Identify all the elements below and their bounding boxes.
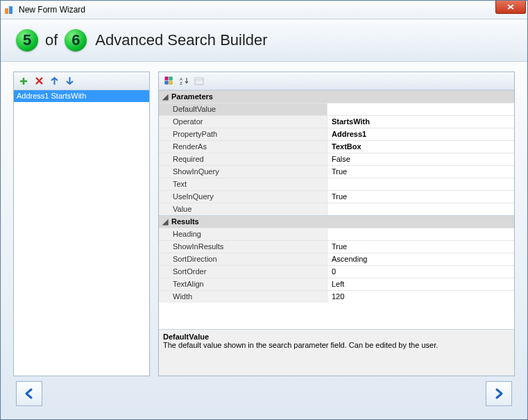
move-up-button[interactable] (49, 76, 60, 87)
add-button[interactable] (18, 76, 29, 87)
svg-rect-3 (169, 77, 172, 80)
arrow-left-icon (23, 387, 35, 400)
close-icon (507, 4, 514, 10)
section-label: Results (171, 216, 199, 228)
collapse-icon: ◢ (159, 216, 171, 228)
prop-row-required[interactable]: RequiredFalse (159, 153, 514, 165)
property-grid[interactable]: ◢Parameters DefaultValue OperatorStartsW… (159, 90, 514, 329)
wizard-header: 5 of 6 Advanced Search Builder (1, 19, 527, 62)
property-pages-button[interactable] (194, 76, 205, 87)
svg-rect-8 (195, 78, 203, 85)
prop-row-value[interactable]: Value (159, 203, 514, 215)
svg-rect-4 (165, 81, 168, 84)
window-title: New Form Wizard (19, 5, 85, 15)
svg-text:Z: Z (180, 81, 182, 85)
body: Address1 StartsWith AZ ◢Parameters Defau… (1, 62, 527, 419)
prop-row-propertypath[interactable]: PropertyPathAddress1 (159, 128, 514, 140)
svg-rect-0 (5, 8, 8, 14)
wizard-window: New Form Wizard 5 of 6 Advanced Search B… (0, 0, 528, 420)
left-panel: Address1 StartsWith (13, 72, 150, 376)
svg-rect-1 (9, 6, 12, 14)
prop-row-showinresults[interactable]: ShowInResultsTrue (159, 240, 514, 253)
close-button[interactable] (495, 1, 526, 14)
parameter-list[interactable]: Address1 StartsWith (14, 90, 149, 376)
step-current-badge: 5 (16, 29, 38, 51)
next-button[interactable] (486, 381, 512, 406)
prop-row-width[interactable]: Width120 (159, 290, 514, 303)
right-toolbar: AZ (159, 72, 514, 90)
categorized-icon (164, 76, 173, 85)
arrow-up-icon (51, 76, 58, 85)
collapse-icon: ◢ (159, 91, 171, 103)
prop-row-sortorder[interactable]: SortOrder0 (159, 265, 514, 278)
pages-icon (194, 77, 204, 85)
description-text: The default value shown in the search pa… (163, 341, 510, 349)
prop-row-useinquery[interactable]: UseInQueryTrue (159, 190, 514, 203)
x-icon (35, 77, 43, 85)
plus-icon (19, 77, 28, 85)
section-parameters[interactable]: ◢Parameters (159, 90, 514, 103)
section-label: Parameters (171, 91, 213, 103)
move-down-button[interactable] (64, 76, 75, 87)
left-toolbar (14, 72, 149, 90)
page-title: Advanced Search Builder (95, 31, 267, 49)
categorized-button[interactable] (163, 76, 174, 87)
alphabetical-icon: AZ (180, 76, 189, 85)
alphabetical-button[interactable]: AZ (178, 76, 189, 87)
prop-row-showinquery[interactable]: ShowInQueryTrue (159, 165, 514, 178)
description-title: DefaultValue (163, 333, 510, 341)
svg-rect-5 (169, 81, 172, 84)
prop-row-operator[interactable]: OperatorStartsWith (159, 115, 514, 128)
step-total-badge: 6 (65, 29, 87, 51)
arrow-down-icon (66, 76, 74, 85)
section-results[interactable]: ◢Results (159, 215, 514, 228)
prop-row-textalign[interactable]: TextAlignLeft (159, 278, 514, 290)
delete-button[interactable] (33, 76, 44, 87)
app-icon (3, 4, 15, 15)
list-item[interactable]: Address1 StartsWith (14, 90, 149, 102)
prop-row-heading[interactable]: Heading (159, 228, 514, 240)
prop-row-defaultvalue[interactable]: DefaultValue (159, 103, 514, 115)
right-panel: AZ ◢Parameters DefaultValue OperatorStar… (158, 72, 515, 376)
step-of-label: of (45, 31, 58, 49)
svg-rect-2 (165, 77, 168, 80)
prop-row-text[interactable]: Text (159, 178, 514, 190)
prop-row-renderas[interactable]: RenderAsTextBox (159, 140, 514, 153)
arrow-right-icon (493, 387, 505, 400)
back-button[interactable] (16, 381, 42, 406)
prop-row-sortdirection[interactable]: SortDirectionAscending (159, 253, 514, 265)
description-pane: DefaultValue The default value shown in … (159, 329, 514, 376)
titlebar: New Form Wizard (1, 1, 527, 19)
nav-bar (13, 376, 515, 411)
panels: Address1 StartsWith AZ ◢Parameters Defau… (13, 72, 515, 376)
